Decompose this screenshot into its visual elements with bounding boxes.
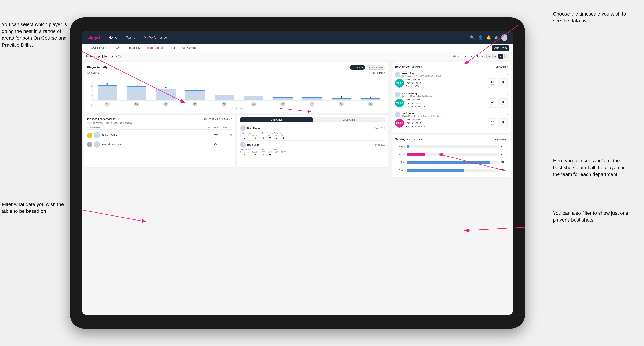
practice-drills-btn[interactable]: Practice Drills [367, 65, 385, 70]
chart-dropdown[interactable]: Total Rounds ▾ [370, 71, 385, 74]
add-team-button[interactable]: Add Team [492, 45, 509, 51]
bar-group: 3 [298, 95, 326, 100]
tab-tour[interactable]: Tour [166, 45, 178, 51]
most-active-card: Most Active Least Active Blair McHarg 26… [237, 115, 388, 167]
shot-row[interactable]: Blair McHarg 23 Jul 2023 · Ashridge GC, … [395, 90, 508, 110]
scoring-value: 311 [501, 169, 508, 172]
tab-pgat[interactable]: PGAT Players [86, 45, 110, 51]
player-avatar [395, 92, 400, 97]
scoring-category: Birdies [395, 153, 406, 156]
avatar: JC [192, 102, 198, 107]
scoring-bar-wrap [407, 161, 500, 164]
logo: clippd [88, 35, 100, 40]
shot-row[interactable]: Matt Miller 09 Jun 2023 · Royal North De… [395, 70, 508, 90]
bar-group: 9 [181, 88, 209, 100]
scoring-filter1[interactable]: Par 3, 4 & 5s ▾ [407, 138, 422, 141]
scoring-category: Bogeys [395, 169, 406, 172]
player-activity-title: Player Activity [87, 66, 108, 69]
annotation-player-filter: You can select which player is doing the… [2, 21, 68, 48]
on-course-btn[interactable]: On Course [350, 65, 365, 70]
pb-score: 19/20 [204, 134, 218, 137]
bar [244, 96, 263, 100]
scoring-filter2[interactable]: All Players ▾ [495, 138, 508, 141]
bar [127, 86, 146, 100]
players-filter[interactable]: All Players ▾ [495, 65, 508, 68]
table-view-btn[interactable]: ≡ [504, 54, 509, 59]
shots-filter[interactable]: All Shots ▾ [411, 65, 422, 68]
tab-hcaps[interactable]: Hcaps 1-5 [124, 45, 142, 51]
nav-teams[interactable]: Teams [124, 35, 137, 40]
annotation-best-shots: Here you can see who's hit the best shot… [553, 157, 630, 178]
bar-group: 2 [357, 96, 384, 100]
scoring-header: Scoring Par 3, 4 & 5s ▾ All Players ▾ [395, 138, 508, 141]
tablet-frame: clippd Home Teams My Performance 🔍 👤 🔔 ⊕… [70, 17, 525, 329]
nav-my-performance[interactable]: My Performance [142, 35, 169, 40]
shot-meta: 23 Jul 2023 · Ashridge GC, Hole 15 [402, 95, 432, 97]
pb-score: 18/20 [204, 143, 218, 146]
bar [302, 97, 322, 100]
bell-icon[interactable]: 🔔 [486, 35, 491, 40]
show-label: Show: [452, 55, 460, 58]
shot-info: Shot Dist: 43 yds Start Lie: Rough End L… [406, 98, 486, 108]
player-name: Rees Britt [247, 144, 374, 146]
plus-circle-icon[interactable]: ⊕ [494, 35, 498, 40]
tab-pga[interactable]: PGA [111, 45, 123, 51]
tab-team-clippd[interactable]: Team Clippd [144, 45, 166, 51]
avatar: RB [280, 102, 285, 107]
bar-group: 13 [94, 83, 121, 100]
leaderboard-row: 1 Richard Butler 19/20 110 [87, 131, 232, 140]
scoring-row: Eagles 3 [395, 144, 508, 150]
best-shots-title: Best Shots [395, 65, 410, 68]
right-panel: Best Shots All Shots ▾ All Players ▾ [390, 60, 513, 315]
heart-view-btn[interactable]: ♥ [498, 54, 503, 59]
leaderboard-header: PLAYER NAME PB SCORE PB AVG SQ [87, 126, 232, 130]
avatar: OB [251, 102, 256, 107]
pb-avg: 107 [218, 143, 232, 146]
bar [98, 85, 117, 100]
edit-icon[interactable]: ✏️ [118, 55, 122, 58]
avatar[interactable] [501, 34, 508, 41]
player-name: Richard Butler [102, 134, 204, 137]
search-icon[interactable]: 🔍 [470, 35, 474, 40]
tab-all-players[interactable]: All Players [179, 45, 198, 51]
chart-subtitle: On Course Total Rounds ▾ [87, 71, 385, 74]
player-activity-card: Player Activity On Course Practice Drill… [84, 62, 388, 113]
bar [273, 97, 292, 100]
best-shots-card: Best Shots All Shots ▾ All Players ▾ [392, 62, 511, 133]
view-icons: ⊞ ⊟ ♥ ≡ [486, 54, 509, 59]
bar-group: 2 [328, 96, 355, 100]
player-name: Blair McHarg [402, 92, 432, 95]
avatar: MM [310, 102, 314, 107]
most-active-tab[interactable]: Most Active [240, 117, 313, 122]
scoring-value: 499 [501, 161, 508, 164]
shot-info: Shot Dist: 67 yds Start Lie: Rough End L… [406, 78, 486, 88]
practice-filter-dropdown[interactable]: PUTT Must Make Putting ... ▾ [203, 118, 232, 120]
player-avatar [94, 141, 100, 148]
grid-view-btn[interactable]: ⊞ [486, 54, 492, 59]
chart-content: 15 10 5 0 13 [87, 75, 385, 110]
shot-metrics: 67 yds 0 yds [488, 78, 508, 88]
players-row: BM RB DF JC EE OB RB MM EC LR [92, 101, 385, 107]
scoring-bar-wrap [407, 169, 500, 172]
player-avatar [240, 125, 246, 131]
bar-group: 12 [123, 84, 150, 100]
pb-avg: 110 [218, 134, 232, 137]
nav-home[interactable]: Home [107, 35, 119, 40]
player-avatar [395, 72, 400, 77]
list-view-btn[interactable]: ⊟ [492, 54, 497, 59]
scoring-chart: Eagles 3 Birdies 96 [395, 143, 508, 174]
users-icon[interactable]: 👤 [478, 35, 483, 40]
bars-container: 13 12 10 [92, 81, 385, 101]
bar [332, 98, 351, 100]
scoring-bar-wrap [407, 153, 500, 156]
scoring-value: 3 [501, 145, 508, 148]
time-period-select[interactable]: Last 3 months [461, 54, 484, 59]
player-name: Matt Miller [402, 72, 441, 75]
bar [361, 98, 380, 100]
shot-row[interactable]: David Ford 24 Aug 2023 · Royal North Dev… [395, 110, 508, 130]
best-shots-header: Best Shots All Shots ▾ All Players ▾ [395, 65, 508, 68]
bar-group: 4 [240, 93, 268, 100]
x-axis-label: Players [92, 107, 385, 110]
least-active-tab[interactable]: Least Active [313, 117, 385, 122]
player-date: 02 Sep 2023 [374, 144, 385, 146]
